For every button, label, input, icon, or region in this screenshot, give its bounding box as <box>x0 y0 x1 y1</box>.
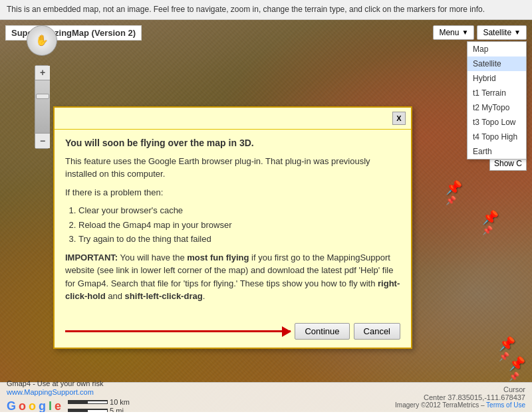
dialog-important: IMPORTANT: You will have the most fun fl… <box>65 251 400 303</box>
dialog-step-1: Clear your browser's cache <box>78 204 400 217</box>
dialog-content: You will soon be flying over the map in … <box>55 130 411 316</box>
cancel-button[interactable]: Cancel <box>354 323 400 340</box>
dialog-para2: If there is a problem then: <box>65 186 400 199</box>
dialog-overlay: X You will soon be flying over the map i… <box>0 20 532 412</box>
dialog-titlebar: X <box>55 108 411 130</box>
and-text: and <box>106 291 125 301</box>
bold2-text: shift-left-click-drag <box>125 291 203 301</box>
dialog-footer: Continue Cancel <box>55 316 411 348</box>
red-arrow-graphic <box>65 330 291 332</box>
dialog-close-button[interactable]: X <box>392 112 406 125</box>
info-bar: This is an embedded map, not an image. F… <box>0 0 532 20</box>
dialog-body: This feature uses the Google Earth brows… <box>65 155 400 303</box>
arrow-container <box>65 330 291 332</box>
period-text: . <box>203 291 205 301</box>
dialog-steps-list: Clear your browser's cache Reload the Gm… <box>78 204 400 246</box>
important-label: IMPORTANT: <box>65 253 118 262</box>
important-main-text: You will have the <box>118 253 187 262</box>
dialog-title: You will soon be flying over the map in … <box>65 138 400 148</box>
map-container: SuperAmazingMap (Version 2) + − Menu ▼ S… <box>0 20 532 412</box>
flying-dialog: X You will soon be flying over the map i… <box>53 106 412 349</box>
dialog-step-3: Try again to do the thing that failed <box>78 233 400 246</box>
dialog-para1: This feature uses the Google Earth brows… <box>65 155 400 181</box>
continue-button[interactable]: Continue <box>295 323 349 340</box>
important-bold-text: most fun flying <box>187 253 249 262</box>
info-text: This is an embedded map, not an image. F… <box>7 5 485 14</box>
dialog-step-2: Reload the Gmap4 map in your browser <box>78 219 400 232</box>
